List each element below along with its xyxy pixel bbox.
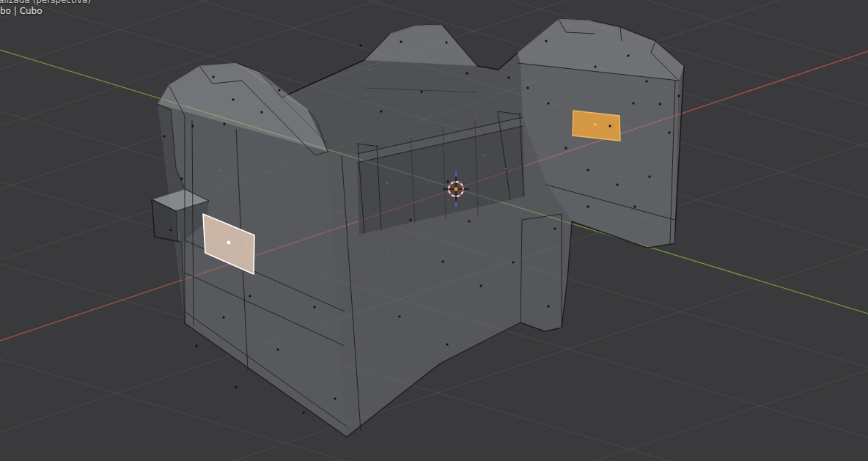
3d-viewport[interactable]: alizada (perspectiva) bo | Cubo <box>0 0 868 461</box>
viewport-canvas[interactable] <box>0 0 868 461</box>
active-face[interactable] <box>573 111 620 141</box>
